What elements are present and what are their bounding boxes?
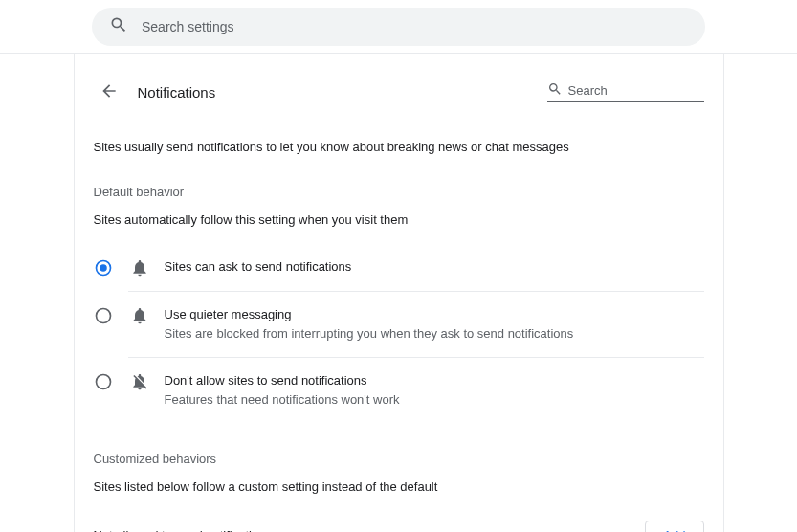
radio-option-quieter[interactable]: Use quieter messaging Sites are blocked … <box>94 292 704 357</box>
intro-text: Sites usually send notifications to let … <box>94 140 704 154</box>
svg-point-1 <box>100 264 107 272</box>
svg-point-3 <box>96 375 110 389</box>
option-desc: Features that need notifications won't w… <box>165 390 400 410</box>
section-title: Default behavior <box>94 185 704 199</box>
svg-point-2 <box>96 309 110 323</box>
page-title: Notifications <box>138 84 216 100</box>
option-desc: Sites are blocked from interrupting you … <box>165 324 574 344</box>
back-button[interactable] <box>94 77 124 107</box>
radio-selected-icon <box>94 258 113 277</box>
radio-unselected-icon <box>94 306 113 325</box>
bell-off-icon <box>130 372 149 391</box>
option-title: Sites can ask to send notifications <box>165 257 352 277</box>
option-title: Don't allow sites to send notifications <box>165 371 400 390</box>
customized-behaviors-section: Customized behaviors Sites listed below … <box>94 452 704 532</box>
radio-option-dont-allow[interactable]: Don't allow sites to send notifications … <box>94 358 704 423</box>
add-button[interactable]: Add <box>645 521 703 532</box>
search-settings-box[interactable] <box>92 8 705 46</box>
search-icon <box>547 81 568 100</box>
top-search-bar <box>0 0 797 54</box>
section-title: Customized behaviors <box>94 452 704 466</box>
search-icon <box>109 15 128 37</box>
panel-header: Notifications <box>94 73 704 111</box>
settings-panel: Notifications Sites usually send notific… <box>74 54 724 532</box>
inline-search[interactable] <box>547 81 704 102</box>
not-allowed-row: Not allowed to send notifications Add <box>94 521 704 532</box>
radio-unselected-icon <box>94 372 113 391</box>
default-behavior-section: Default behavior Sites automatically fol… <box>94 185 704 423</box>
radio-group: Sites can ask to send notifications Use … <box>94 244 704 423</box>
not-allowed-label: Not allowed to send notifications <box>94 528 272 532</box>
inline-search-input[interactable] <box>568 83 704 98</box>
bell-icon <box>130 258 149 277</box>
section-subtitle: Sites listed below follow a custom setti… <box>94 479 704 494</box>
arrow-left-icon <box>100 81 119 103</box>
section-subtitle: Sites automatically follow this setting … <box>94 212 704 227</box>
radio-option-ask[interactable]: Sites can ask to send notifications <box>94 244 704 291</box>
search-settings-input[interactable] <box>142 19 688 34</box>
option-title: Use quieter messaging <box>165 305 574 324</box>
bell-icon <box>130 306 149 325</box>
